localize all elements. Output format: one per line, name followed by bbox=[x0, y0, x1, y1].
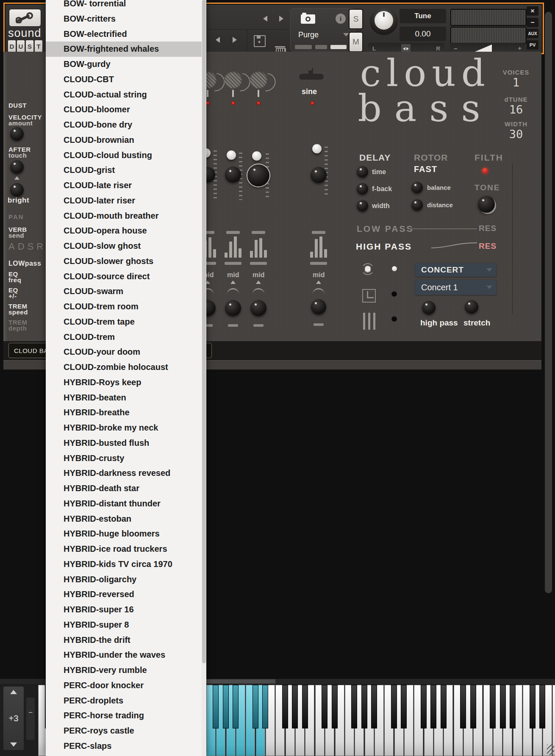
preset-menu-item[interactable]: PERC-slaps bbox=[46, 739, 202, 754]
stretch-knob[interactable] bbox=[465, 300, 478, 314]
rotor-mode[interactable]: FAST bbox=[414, 164, 437, 174]
purge-menu[interactable]: Purge bbox=[298, 31, 319, 39]
delay-fback-knob[interactable] bbox=[357, 183, 368, 195]
channel-knob[interactable] bbox=[250, 300, 266, 316]
channel-knob[interactable] bbox=[225, 300, 241, 316]
preset-menu-item[interactable]: CLOUD-swarm bbox=[46, 284, 202, 299]
preset-menu-item[interactable]: CLOUD-trem bbox=[46, 330, 202, 345]
preset-menu-item[interactable]: HYBRID-crusty bbox=[46, 451, 202, 466]
preset-menu-item[interactable]: CLOUD-mouth breather bbox=[46, 208, 202, 224]
preset-menu-item[interactable]: HYBRID-ice road truckers bbox=[46, 542, 202, 557]
preset-menu-item[interactable]: CLOUD-brownian bbox=[46, 133, 202, 148]
preset-menu-item[interactable]: CLOUD-actual string bbox=[46, 87, 202, 103]
preset-menu-item[interactable]: HYBRID-oligarchy bbox=[46, 572, 202, 587]
channel-fader-ball[interactable] bbox=[252, 151, 261, 161]
high-pass-knob[interactable] bbox=[422, 301, 436, 314]
preset-menu-scrollbar[interactable] bbox=[202, 0, 206, 756]
channel-knob[interactable] bbox=[225, 167, 241, 183]
tune-value[interactable]: 0.00 bbox=[400, 27, 446, 41]
piano-key-black[interactable] bbox=[322, 685, 327, 728]
purge-dropdown-arrow[interactable] bbox=[343, 33, 349, 36]
delay-width-knob[interactable] bbox=[357, 200, 368, 211]
preset-menu-item[interactable]: BOW-gurdy bbox=[46, 57, 202, 72]
piano-key-black[interactable] bbox=[441, 685, 447, 728]
preset-menu-item[interactable]: CLOUD-CBT bbox=[46, 72, 202, 87]
preset-menu-item[interactable]: CLOUD-zombie holocaust bbox=[46, 360, 202, 375]
transpose-control[interactable]: +3 bbox=[3, 687, 24, 750]
piano-key-black[interactable] bbox=[401, 685, 407, 728]
preset-menu-item[interactable]: PERC-roys castle bbox=[46, 723, 202, 739]
piano-key-black[interactable] bbox=[233, 685, 239, 728]
channel-fader-ball[interactable] bbox=[227, 150, 236, 160]
tone-knob[interactable] bbox=[478, 196, 495, 213]
preset-menu-item[interactable]: HYBRID-the drift bbox=[46, 633, 202, 648]
snapshot-camera-icon[interactable] bbox=[301, 14, 315, 24]
rotor-balance-knob[interactable] bbox=[411, 182, 423, 193]
piano-key-black[interactable] bbox=[361, 685, 367, 728]
transpose-up-icon[interactable] bbox=[10, 690, 17, 694]
next-preset-arrow[interactable] bbox=[233, 37, 237, 43]
piano-key-black[interactable] bbox=[253, 685, 258, 728]
piano-key-black[interactable] bbox=[292, 685, 298, 728]
bars-icon[interactable] bbox=[363, 313, 375, 330]
piano-key-black[interactable] bbox=[282, 685, 288, 728]
concert-menu[interactable]: CONCERT bbox=[415, 263, 497, 277]
preset-menu-item[interactable]: BOW-critters bbox=[46, 11, 202, 27]
piano-key-black[interactable] bbox=[500, 685, 506, 728]
channel-knob[interactable] bbox=[311, 299, 326, 314]
preset-menu-item[interactable]: PERC-door knocker bbox=[46, 678, 202, 693]
channel-knob[interactable] bbox=[311, 167, 327, 183]
preset-menu-item[interactable]: CLOUD-slow ghost bbox=[46, 239, 202, 254]
preset-menu-item[interactable]: CLOUD-trem room bbox=[46, 299, 202, 314]
mute-button[interactable]: M bbox=[349, 32, 363, 52]
width-value[interactable]: 30 bbox=[498, 128, 534, 141]
preset-menu-item[interactable]: CLOUD-cloud busting bbox=[46, 148, 202, 163]
filth-slider-track[interactable] bbox=[511, 163, 513, 314]
preset-menu-item[interactable]: CLOUD-source direct bbox=[46, 269, 202, 284]
preset-menu-item[interactable]: HYBRID-Roys keep bbox=[46, 375, 202, 390]
volume-plus[interactable]: + bbox=[518, 44, 522, 52]
preset-menu-item[interactable]: CLOUD-trem tape bbox=[46, 314, 202, 330]
info-icon[interactable]: i bbox=[336, 14, 346, 24]
piano-key-black[interactable] bbox=[262, 685, 268, 728]
preset-menu-item[interactable]: HYBRID-huge bloomers bbox=[46, 526, 202, 542]
piano-key-black[interactable] bbox=[490, 685, 496, 728]
transpose-down-icon[interactable] bbox=[10, 742, 17, 747]
channel-knob[interactable] bbox=[247, 164, 269, 186]
preset-menu-item[interactable]: PERC-droplets bbox=[46, 693, 202, 709]
piano-key-black[interactable] bbox=[332, 685, 338, 728]
resize-grip[interactable] bbox=[547, 745, 554, 755]
rotor-distance-knob[interactable] bbox=[411, 199, 423, 211]
preset-menu-item[interactable]: HYBRID-breathe bbox=[46, 405, 202, 420]
preset-menu-item[interactable]: HYBRID-super 8 bbox=[46, 617, 202, 633]
delay-time-knob[interactable] bbox=[357, 166, 368, 178]
piano-key-black[interactable] bbox=[421, 685, 427, 728]
preset-menu-item[interactable]: BOW-electrified bbox=[46, 27, 202, 42]
close-button[interactable]: ✕ bbox=[527, 6, 538, 16]
channel-fader-ball[interactable] bbox=[312, 144, 322, 153]
preset-menu-item[interactable]: CLOUD-bloomer bbox=[46, 102, 202, 117]
preset-menu-item[interactable]: HYBRID-busted flush bbox=[46, 436, 202, 451]
dtune-value[interactable]: 16 bbox=[498, 103, 534, 116]
preset-menu-item[interactable]: BOW- torrential bbox=[46, 0, 202, 11]
piano-key-black[interactable] bbox=[430, 685, 436, 728]
preset-menu-item[interactable]: CLOUD-grist bbox=[46, 163, 202, 178]
piano-key-black[interactable] bbox=[539, 685, 545, 728]
piano-key-black[interactable] bbox=[371, 685, 377, 728]
preset-menu-item[interactable]: CLOUD-late riser bbox=[46, 178, 202, 193]
piano-key-black[interactable] bbox=[302, 685, 308, 728]
piano-key-black[interactable] bbox=[223, 685, 229, 728]
preset-menu-item[interactable]: HYBRID-under the waves bbox=[46, 648, 202, 663]
preset-menu-item[interactable]: HYBRID-estoban bbox=[46, 511, 202, 527]
aux-button[interactable]: AUX bbox=[527, 29, 538, 38]
aftertouch-knob[interactable] bbox=[10, 160, 24, 174]
piano-key-black[interactable] bbox=[213, 685, 219, 728]
preset-menu-scroll-thumb[interactable] bbox=[202, 0, 206, 663]
velocity-amount-knob[interactable] bbox=[10, 127, 24, 141]
save-icon[interactable] bbox=[254, 35, 266, 47]
preset-menu-item[interactable]: HYBRID-death star bbox=[46, 481, 202, 496]
voices-value[interactable]: 1 bbox=[498, 76, 534, 89]
minimize-button[interactable]: − bbox=[527, 18, 538, 27]
preset-menu-item[interactable]: HYBRID-broke my neck bbox=[46, 420, 202, 436]
preset-menu-item[interactable]: HYBRID-super 16 bbox=[46, 602, 202, 617]
